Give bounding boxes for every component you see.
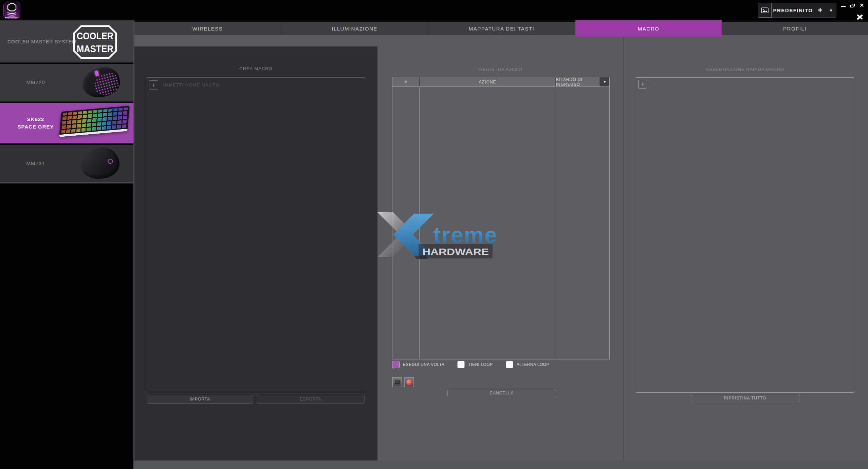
add-macro-button[interactable]: + bbox=[149, 80, 158, 90]
quick-assign-box: + bbox=[636, 77, 854, 393]
create-macro-panel: CREA MACRO + IMPORTA ESPORTA bbox=[134, 46, 377, 461]
logo-line2: MASTER bbox=[77, 43, 113, 54]
checkbox-esegui-una-volta[interactable] bbox=[392, 361, 400, 368]
quick-assign-title: ASSEGNAZIONE RAPIDA MACRO bbox=[636, 67, 854, 72]
macro-list-box: + bbox=[146, 77, 365, 393]
bottom-strip bbox=[134, 461, 868, 469]
tab-profili[interactable]: PROFILI bbox=[722, 22, 868, 35]
sidebar-item-mm720[interactable]: MM720 bbox=[0, 64, 133, 102]
active-profile-name[interactable]: PREDEFINITO bbox=[772, 7, 814, 13]
column-delay: RITARDO DI INGRESSO bbox=[556, 77, 599, 86]
masterplus-window: MASTERPLUS+ PREDEFINITO + ▾ ✕ WIRELESS I… bbox=[0, 0, 868, 469]
device-name: MM720 bbox=[26, 79, 45, 86]
reset-all-button[interactable]: RIPRISTINA TUTTO bbox=[691, 394, 799, 402]
cooler-master-logo: COOLER MASTER bbox=[73, 25, 117, 59]
loop-label: TIENI LOOP bbox=[468, 362, 493, 367]
app-icon-label: MASTERPLUS+ bbox=[5, 17, 19, 19]
checkbox-alterna-loop[interactable] bbox=[506, 361, 513, 368]
window-controls: ✕ bbox=[841, 3, 864, 8]
recording-controls bbox=[392, 377, 414, 387]
loop-label: ALTERNA LOOP bbox=[517, 362, 549, 367]
profile-image-button[interactable] bbox=[758, 3, 772, 18]
xtreme-hardware-watermark: treme HARDWARE bbox=[375, 208, 496, 261]
sk622-device-image bbox=[59, 106, 130, 137]
macro-name-input[interactable] bbox=[163, 80, 353, 90]
export-button[interactable]: ESPORTA bbox=[257, 395, 365, 404]
logo-line1: COOLER bbox=[77, 30, 113, 41]
mm731-device-image bbox=[78, 143, 123, 183]
tab-macro[interactable]: MACRO bbox=[575, 20, 722, 37]
device-name: MM731 bbox=[26, 160, 45, 167]
column-index: # bbox=[392, 77, 419, 86]
watermark-subtitle-text: HARDWARE bbox=[422, 247, 489, 257]
system-label: COOLER MASTER SYSTEM bbox=[7, 20, 76, 63]
watermark-brand-text: treme bbox=[433, 222, 496, 248]
close-button[interactable]: ✕ bbox=[860, 3, 864, 8]
create-macro-title: CREA MACRO bbox=[134, 66, 377, 71]
clear-button[interactable]: CANCELLA bbox=[447, 389, 556, 397]
masterplus-app-icon: MASTERPLUS+ bbox=[3, 2, 20, 19]
panel-divider bbox=[623, 35, 624, 461]
main-tabs: WIRELESS ILLUMINAZIONE MAPPATURA DEI TAS… bbox=[134, 22, 868, 38]
tab-wireless[interactable]: WIRELESS bbox=[134, 22, 281, 35]
record-button[interactable] bbox=[404, 377, 414, 387]
titlebar: MASTERPLUS+ PREDEFINITO + ▾ ✕ bbox=[0, 0, 868, 20]
loop-label: ESEGUI UNA VOLTA bbox=[403, 362, 444, 367]
stop-icon bbox=[395, 380, 400, 384]
profile-chevron-down-icon[interactable]: ▾ bbox=[826, 8, 836, 13]
stop-button[interactable] bbox=[392, 377, 402, 387]
tab-mappatura-dei-tasti[interactable]: MAPPATURA DEI TASTI bbox=[428, 22, 575, 35]
sidebar-item-sk622[interactable]: SK622 SPACE GREY bbox=[0, 103, 133, 144]
profile-selector: PREDEFINITO + ▾ bbox=[758, 3, 836, 18]
checkbox-tieni-loop[interactable] bbox=[457, 361, 465, 368]
loop-mode-options: ESEGUI UNA VOLTA TIENI LOOP ALTERNA LOOP bbox=[392, 360, 562, 369]
record-icon bbox=[406, 379, 412, 385]
delay-dropdown-button[interactable]: ▾ bbox=[600, 77, 609, 86]
restore-button[interactable] bbox=[850, 4, 855, 7]
device-sidebar: COOLER MASTER SYSTEM COOLER MASTER MM720… bbox=[0, 20, 133, 469]
column-action: AZIONE bbox=[420, 77, 555, 86]
record-actions-title: REGISTRA AZIONI bbox=[392, 67, 610, 72]
mm720-device-image bbox=[79, 64, 123, 101]
device-name: SK622 bbox=[27, 116, 44, 123]
chevron-down-icon: ▾ bbox=[604, 80, 606, 84]
add-profile-button[interactable]: + bbox=[814, 3, 826, 17]
tools-icon[interactable] bbox=[856, 14, 864, 20]
device-variant: SPACE GREY bbox=[17, 123, 54, 131]
tab-illuminazione[interactable]: ILLUMINAZIONE bbox=[281, 22, 428, 35]
sidebar-item-mm731[interactable]: MM731 bbox=[0, 145, 133, 183]
quick-assign-add-button[interactable]: + bbox=[638, 80, 647, 89]
sidebar-item-system[interactable]: COOLER MASTER SYSTEM COOLER MASTER bbox=[0, 20, 133, 63]
minimize-button[interactable] bbox=[841, 6, 846, 7]
import-button[interactable]: IMPORTA bbox=[147, 395, 253, 404]
table-header: # AZIONE RITARDO DI INGRESSO ▾ bbox=[392, 77, 609, 87]
image-icon bbox=[761, 7, 769, 13]
